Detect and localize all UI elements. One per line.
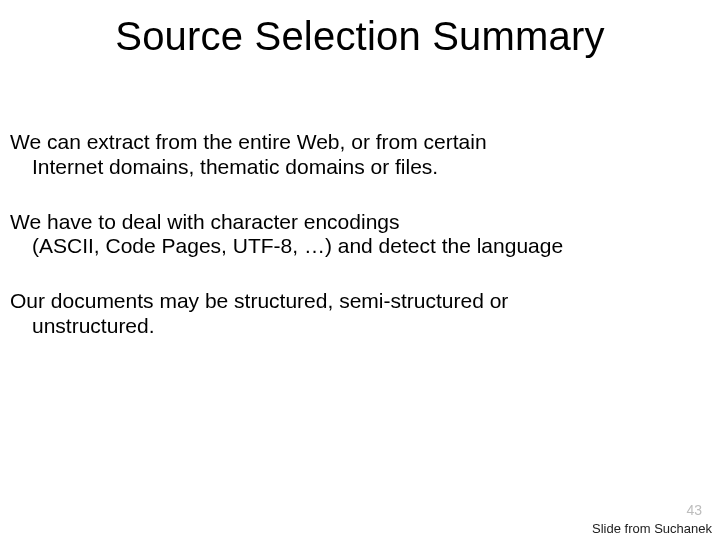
page-number: 43 (686, 502, 702, 518)
slide: Source Selection Summary We can extract … (0, 0, 720, 540)
paragraph: We have to deal with character encodings… (10, 210, 700, 260)
credit-line: Slide from Suchanek (592, 521, 712, 536)
para-line1: Our documents may be structured, semi-st… (10, 289, 508, 312)
slide-body: We can extract from the entire Web, or f… (10, 130, 700, 369)
para-line2: (ASCII, Code Pages, UTF-8, …) and detect… (10, 234, 700, 259)
slide-title: Source Selection Summary (0, 0, 720, 59)
paragraph: We can extract from the entire Web, or f… (10, 130, 700, 180)
para-line2: Internet domains, thematic domains or fi… (10, 155, 700, 180)
paragraph: Our documents may be structured, semi-st… (10, 289, 700, 339)
para-line1: We can extract from the entire Web, or f… (10, 130, 487, 153)
para-line2: unstructured. (10, 314, 700, 339)
para-line1: We have to deal with character encodings (10, 210, 400, 233)
